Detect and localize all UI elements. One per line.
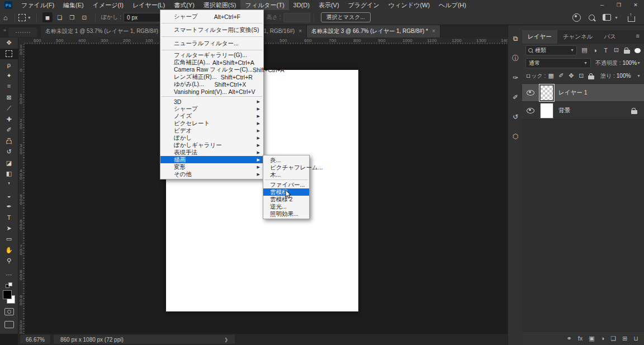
frame-tool[interactable]: ⊠	[0, 92, 18, 103]
swap-colors-icon[interactable]	[6, 282, 12, 288]
lock-all-icon[interactable]	[588, 75, 594, 79]
horizontal-ruler[interactable]: 6005004003002001005006007008009001000110…	[25, 37, 508, 45]
filter-menu-item[interactable]: ビデオ ▶	[160, 127, 263, 134]
new-group-icon[interactable]: ❏	[610, 335, 616, 342]
menubar-item[interactable]: イメージ(I)	[88, 0, 128, 10]
filter-menu-item[interactable]	[162, 23, 262, 23]
hand-tool[interactable]: ✋	[0, 245, 18, 256]
layer-comps-icon[interactable]: ⧉	[509, 32, 522, 45]
menubar-item[interactable]: 編集(E)	[59, 0, 88, 10]
workspace-chevron-icon[interactable]: ▼	[613, 16, 620, 20]
menubar-item[interactable]: フィルター(T)	[240, 0, 288, 10]
home-icon[interactable]: ⌂	[0, 13, 11, 22]
type-tool[interactable]: T	[0, 212, 18, 223]
filter-menu-item[interactable]: ぼかしギャラリー ▶	[160, 141, 263, 149]
path-selection-tool[interactable]: ➤	[0, 223, 18, 234]
panel-tab[interactable]: パス	[598, 30, 622, 44]
add-selection-mode-icon[interactable]: ❏	[55, 12, 65, 22]
height-input[interactable]	[283, 13, 310, 22]
fill-value[interactable]: 100%	[617, 73, 631, 79]
visibility-eye-icon[interactable]	[527, 90, 534, 96]
lasso-tool[interactable]: ρ	[0, 59, 18, 70]
filter-menu-item[interactable]	[162, 96, 262, 97]
3d-icon[interactable]: ⬡	[509, 130, 522, 143]
restore-button[interactable]: ❐	[610, 0, 627, 10]
clone-stamp-tool[interactable]: 凸	[0, 136, 18, 147]
quick-mask-button[interactable]	[4, 308, 14, 315]
draw-submenu-item[interactable]: ファイバー...	[263, 181, 309, 188]
draw-submenu-item[interactable]: 炎...	[263, 157, 309, 164]
dodge-tool[interactable]: ◒	[0, 190, 18, 201]
filter-shape-layers-icon[interactable]: ⊡	[613, 46, 619, 54]
crop-tool[interactable]: ⌗	[0, 81, 18, 92]
eraser-tool[interactable]: ◪	[0, 158, 18, 169]
rectangle-tool[interactable]: ▭	[0, 234, 18, 245]
filter-menu-item[interactable]: 描画 ▶	[160, 156, 263, 163]
history-brush-tool[interactable]: ↺	[0, 146, 18, 158]
zoom-level-field[interactable]: 66.67%	[20, 335, 50, 344]
blend-mode-dropdown[interactable]: 通常 ▼	[525, 58, 591, 68]
feather-input[interactable]: 0 px	[124, 13, 163, 22]
menubar-item[interactable]: レイヤー(L)	[128, 0, 169, 10]
zoom-tool[interactable]: ⚲	[0, 256, 18, 267]
opacity-value[interactable]: 100%	[622, 60, 637, 66]
filter-menu-item[interactable]	[162, 50, 262, 50]
intersect-selection-mode-icon[interactable]: ⊡	[79, 12, 89, 22]
color-swatches[interactable]	[2, 290, 16, 304]
vertical-ruler[interactable]: 10001002003004005006007008009001000	[18, 44, 25, 334]
lock-image-pixels-icon[interactable]: ✐	[558, 72, 564, 80]
filter-smart-object-icon[interactable]	[624, 50, 630, 54]
blur-tool[interactable]: ❜	[0, 179, 18, 191]
filter-menu-item[interactable]: Camera Raw フィルター(C)... Shift+Ctrl+A	[160, 66, 263, 73]
workspace-icon[interactable]	[603, 14, 611, 21]
close-button[interactable]: ✕	[627, 0, 644, 10]
new-layer-icon[interactable]: ⊞	[622, 335, 627, 342]
document-tab[interactable]: 名称未設定 3 @ 66.7% (レイヤー 1, RGB/8#) * ×	[307, 25, 441, 37]
share-icon[interactable]	[628, 16, 635, 22]
draw-submenu-item[interactable]: ピクチャフレーム...	[263, 164, 309, 171]
panel-tab[interactable]: レイヤー	[522, 30, 557, 44]
filter-menu-item[interactable]: スマートフィルター用に変換(S)	[160, 25, 263, 35]
menubar-item[interactable]: ヘルプ(H)	[434, 0, 471, 10]
account-icon[interactable]	[572, 13, 581, 22]
menubar-item[interactable]: ファイル(F)	[17, 0, 59, 10]
lock-artboard-icon[interactable]: ⊡	[578, 72, 584, 80]
filtering-toggle-icon[interactable]	[634, 48, 641, 53]
draw-submenu-item[interactable]: 木...	[263, 171, 309, 178]
quick-selection-tool[interactable]: ✦	[0, 70, 18, 82]
brush-tool[interactable]: ✐	[0, 125, 18, 136]
subtract-selection-mode-icon[interactable]: ❐	[67, 12, 77, 22]
filter-pixel-layers-icon[interactable]: ▤	[581, 46, 588, 54]
filter-menu-item[interactable]: フィルターギャラリー(G)...	[160, 51, 263, 59]
delete-layer-icon[interactable]: ⊔	[633, 335, 638, 342]
tab-overflow-icon[interactable]: »	[0, 27, 8, 37]
screen-mode-button[interactable]	[4, 321, 14, 328]
link-layers-icon[interactable]: ⚭	[566, 335, 571, 342]
lock-position-icon[interactable]: ✥	[568, 72, 574, 80]
select-and-mask-button[interactable]: 選択とマスク...	[321, 12, 371, 22]
history-icon[interactable]: ↺	[509, 111, 522, 123]
filter-menu-item[interactable]: 広角補正(A)... Alt+Shift+Ctrl+A	[160, 59, 263, 66]
layer-thumbnail[interactable]	[540, 103, 553, 119]
filter-menu-item[interactable]: シャープ ▶	[160, 105, 263, 112]
info-icon[interactable]: ⓘ	[509, 52, 522, 64]
minimize-button[interactable]: ─	[594, 0, 610, 10]
document-tab[interactable]: 名称未設定 1 @ 53.7% (レイヤー 1, RGB/8#) * ×	[41, 25, 174, 37]
filter-adjustment-layers-icon[interactable]: ◑	[592, 46, 598, 54]
menubar-item[interactable]: プラグイン	[344, 0, 384, 10]
filter-menu-item[interactable]	[162, 36, 262, 37]
draw-submenu-item[interactable]: 逆光...	[263, 203, 309, 210]
filter-menu-item[interactable]: ゆがみ(L)... Shift+Ctrl+X	[160, 81, 263, 88]
panel-tab[interactable]: チャンネル	[557, 30, 599, 44]
filter-menu-item[interactable]: 3D ▶	[160, 98, 263, 105]
menubar-item[interactable]: 3D(D)	[289, 0, 314, 10]
gradient-tool[interactable]: ◧	[0, 168, 18, 179]
tab-close-icon[interactable]: ×	[432, 28, 435, 34]
active-tool-icon[interactable]	[18, 14, 26, 21]
lock-transparent-pixels-icon[interactable]: ▦	[548, 72, 554, 80]
filter-menu-item[interactable]: ぼかし ▶	[160, 134, 263, 141]
pen-tool[interactable]: ✒	[0, 201, 18, 212]
brush-settings-icon[interactable]: ✑	[509, 72, 522, 84]
brushes-icon[interactable]: ✐	[509, 91, 522, 103]
filter-menu-item[interactable]: その他 ▶	[160, 171, 263, 178]
